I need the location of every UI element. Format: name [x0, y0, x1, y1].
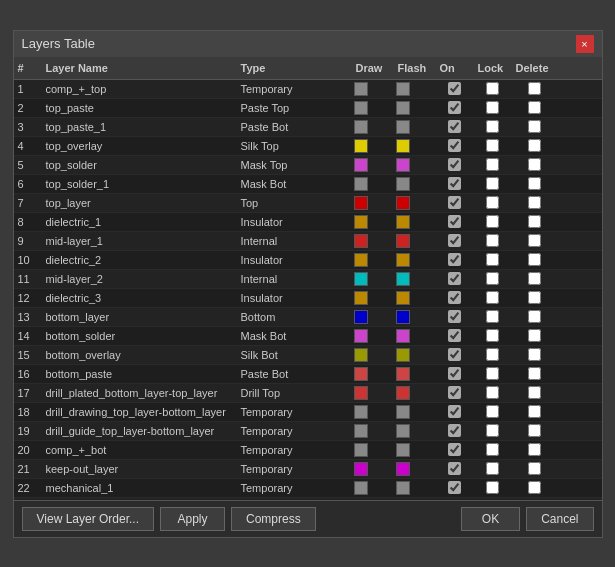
cell-on[interactable]	[436, 367, 474, 380]
draw-color-box[interactable]	[354, 329, 368, 343]
on-checkbox[interactable]	[448, 272, 461, 285]
cell-on[interactable]	[436, 462, 474, 475]
cell-delete[interactable]	[512, 443, 557, 456]
flash-color-box[interactable]	[396, 139, 410, 153]
flash-color-box[interactable]	[396, 443, 410, 457]
lock-checkbox[interactable]	[486, 120, 499, 133]
lock-checkbox[interactable]	[486, 291, 499, 304]
cancel-button[interactable]: Cancel	[526, 507, 593, 531]
cell-lock[interactable]	[474, 462, 512, 475]
cell-delete[interactable]	[512, 348, 557, 361]
cell-flash[interactable]	[394, 233, 436, 249]
ok-button[interactable]: OK	[461, 507, 520, 531]
table-row[interactable]: 13bottom_layerBottom	[14, 308, 602, 327]
cell-on[interactable]	[436, 82, 474, 95]
cell-draw[interactable]	[352, 195, 394, 211]
on-checkbox[interactable]	[448, 367, 461, 380]
cell-lock[interactable]	[474, 101, 512, 114]
cell-lock[interactable]	[474, 158, 512, 171]
on-checkbox[interactable]	[448, 196, 461, 209]
cell-lock[interactable]	[474, 405, 512, 418]
cell-draw[interactable]	[352, 214, 394, 230]
draw-color-box[interactable]	[354, 310, 368, 324]
flash-color-box[interactable]	[396, 120, 410, 134]
delete-checkbox[interactable]	[528, 443, 541, 456]
cell-on[interactable]	[436, 443, 474, 456]
lock-checkbox[interactable]	[486, 386, 499, 399]
on-checkbox[interactable]	[448, 158, 461, 171]
cell-lock[interactable]	[474, 291, 512, 304]
cell-draw[interactable]	[352, 328, 394, 344]
draw-color-box[interactable]	[354, 177, 368, 191]
cell-flash[interactable]	[394, 81, 436, 97]
on-checkbox[interactable]	[448, 424, 461, 437]
cell-draw[interactable]	[352, 385, 394, 401]
on-checkbox[interactable]	[448, 82, 461, 95]
lock-checkbox[interactable]	[486, 424, 499, 437]
cell-flash[interactable]	[394, 385, 436, 401]
lock-checkbox[interactable]	[486, 196, 499, 209]
cell-flash[interactable]	[394, 480, 436, 496]
cell-flash[interactable]	[394, 195, 436, 211]
lock-checkbox[interactable]	[486, 158, 499, 171]
on-checkbox[interactable]	[448, 348, 461, 361]
on-checkbox[interactable]	[448, 177, 461, 190]
table-row[interactable]: 17drill_plated_bottom_layer-top_layerDri…	[14, 384, 602, 403]
flash-color-box[interactable]	[396, 310, 410, 324]
cell-flash[interactable]	[394, 157, 436, 173]
table-row[interactable]: 20comp_+_botTemporary	[14, 441, 602, 460]
on-checkbox[interactable]	[448, 234, 461, 247]
delete-checkbox[interactable]	[528, 196, 541, 209]
flash-color-box[interactable]	[396, 234, 410, 248]
cell-lock[interactable]	[474, 443, 512, 456]
cell-draw[interactable]	[352, 442, 394, 458]
cell-draw[interactable]	[352, 347, 394, 363]
delete-checkbox[interactable]	[528, 329, 541, 342]
cell-on[interactable]	[436, 272, 474, 285]
cell-draw[interactable]	[352, 119, 394, 135]
cell-flash[interactable]	[394, 442, 436, 458]
table-row[interactable]: 15bottom_overlaySilk Bot	[14, 346, 602, 365]
cell-lock[interactable]	[474, 234, 512, 247]
table-row[interactable]: 11mid-layer_2Internal	[14, 270, 602, 289]
cell-delete[interactable]	[512, 386, 557, 399]
draw-color-box[interactable]	[354, 253, 368, 267]
cell-flash[interactable]	[394, 214, 436, 230]
delete-checkbox[interactable]	[528, 367, 541, 380]
flash-color-box[interactable]	[396, 177, 410, 191]
cell-lock[interactable]	[474, 329, 512, 342]
delete-checkbox[interactable]	[528, 234, 541, 247]
draw-color-box[interactable]	[354, 120, 368, 134]
draw-color-box[interactable]	[354, 348, 368, 362]
on-checkbox[interactable]	[448, 386, 461, 399]
delete-checkbox[interactable]	[528, 253, 541, 266]
lock-checkbox[interactable]	[486, 481, 499, 494]
cell-delete[interactable]	[512, 367, 557, 380]
delete-checkbox[interactable]	[528, 291, 541, 304]
on-checkbox[interactable]	[448, 215, 461, 228]
cell-draw[interactable]	[352, 404, 394, 420]
cell-lock[interactable]	[474, 196, 512, 209]
flash-color-box[interactable]	[396, 405, 410, 419]
cell-delete[interactable]	[512, 462, 557, 475]
apply-button[interactable]: Apply	[160, 507, 225, 531]
compress-button[interactable]: Compress	[231, 507, 316, 531]
lock-checkbox[interactable]	[486, 405, 499, 418]
delete-checkbox[interactable]	[528, 177, 541, 190]
on-checkbox[interactable]	[448, 253, 461, 266]
table-row[interactable]: 1comp_+_topTemporary	[14, 80, 602, 99]
cell-lock[interactable]	[474, 424, 512, 437]
delete-checkbox[interactable]	[528, 82, 541, 95]
cell-lock[interactable]	[474, 82, 512, 95]
draw-color-box[interactable]	[354, 272, 368, 286]
table-row[interactable]: 19drill_guide_top_layer-bottom_layerTemp…	[14, 422, 602, 441]
cell-flash[interactable]	[394, 176, 436, 192]
table-row[interactable]: 7top_layerTop	[14, 194, 602, 213]
delete-checkbox[interactable]	[528, 424, 541, 437]
delete-checkbox[interactable]	[528, 481, 541, 494]
delete-checkbox[interactable]	[528, 405, 541, 418]
draw-color-box[interactable]	[354, 139, 368, 153]
cell-flash[interactable]	[394, 347, 436, 363]
cell-on[interactable]	[436, 291, 474, 304]
cell-flash[interactable]	[394, 271, 436, 287]
